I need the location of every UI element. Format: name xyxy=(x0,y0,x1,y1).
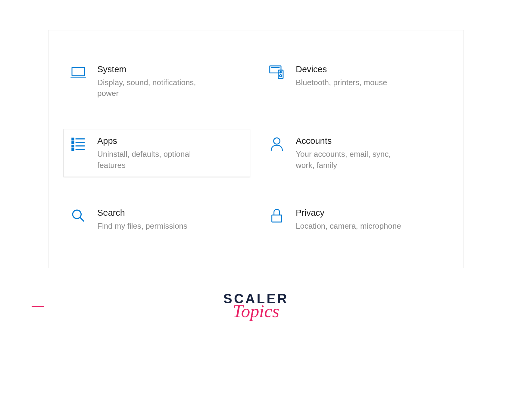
settings-item-title: Devices xyxy=(296,64,442,75)
settings-item-title: Apps xyxy=(97,135,244,147)
svg-rect-11 xyxy=(72,145,74,147)
settings-item-apps[interactable]: Apps Uninstall, defaults, optional featu… xyxy=(64,129,250,177)
svg-point-6 xyxy=(279,75,282,77)
privacy-icon xyxy=(268,207,285,224)
footer-logo: SCALER Topics xyxy=(48,292,464,319)
settings-item-title: System xyxy=(97,64,244,75)
settings-item-subtitle: Find my files, permissions xyxy=(97,221,212,231)
settings-item-search[interactable]: Search Find my files, permissions xyxy=(64,201,250,238)
settings-item-subtitle: Uninstall, defaults, optional features xyxy=(97,149,212,171)
settings-item-accounts[interactable]: Accounts Your accounts, email, sync, wor… xyxy=(262,129,448,177)
settings-item-text: System Display, sound, notifications, po… xyxy=(97,64,244,99)
svg-rect-18 xyxy=(272,215,282,222)
svg-rect-9 xyxy=(72,142,74,144)
settings-panel: System Display, sound, notifications, po… xyxy=(48,30,464,268)
settings-item-subtitle: Display, sound, notifications, power xyxy=(97,77,212,99)
svg-point-5 xyxy=(280,72,282,73)
laptop-icon xyxy=(70,64,87,81)
settings-item-subtitle: Your accounts, email, sync, work, family xyxy=(296,149,410,171)
settings-item-text: Privacy Location, camera, microphone xyxy=(296,207,442,231)
svg-rect-0 xyxy=(72,67,85,76)
settings-item-subtitle: Location, camera, microphone xyxy=(296,221,410,231)
svg-point-16 xyxy=(73,210,81,218)
devices-icon xyxy=(268,64,285,81)
settings-item-devices[interactable]: Devices Bluetooth, printers, mouse xyxy=(262,57,448,105)
settings-grid: System Display, sound, notifications, po… xyxy=(64,57,448,238)
svg-rect-13 xyxy=(72,149,74,151)
search-icon xyxy=(70,207,87,224)
svg-rect-7 xyxy=(72,138,74,140)
settings-item-title: Search xyxy=(97,207,244,219)
settings-item-text: Search Find my files, permissions xyxy=(97,207,244,231)
settings-item-title: Privacy xyxy=(296,207,442,219)
logo-text-topics: Topics xyxy=(48,303,464,319)
settings-item-text: Apps Uninstall, defaults, optional featu… xyxy=(97,135,244,170)
apps-icon xyxy=(70,135,87,152)
settings-item-privacy[interactable]: Privacy Location, camera, microphone xyxy=(262,201,448,238)
settings-item-text: Accounts Your accounts, email, sync, wor… xyxy=(296,135,442,170)
svg-point-15 xyxy=(274,138,280,144)
svg-line-17 xyxy=(80,218,84,221)
accounts-icon xyxy=(268,135,285,152)
settings-item-system[interactable]: System Display, sound, notifications, po… xyxy=(64,57,250,105)
settings-item-subtitle: Bluetooth, printers, mouse xyxy=(296,77,410,88)
settings-item-text: Devices Bluetooth, printers, mouse xyxy=(296,64,442,88)
settings-item-title: Accounts xyxy=(296,135,442,147)
